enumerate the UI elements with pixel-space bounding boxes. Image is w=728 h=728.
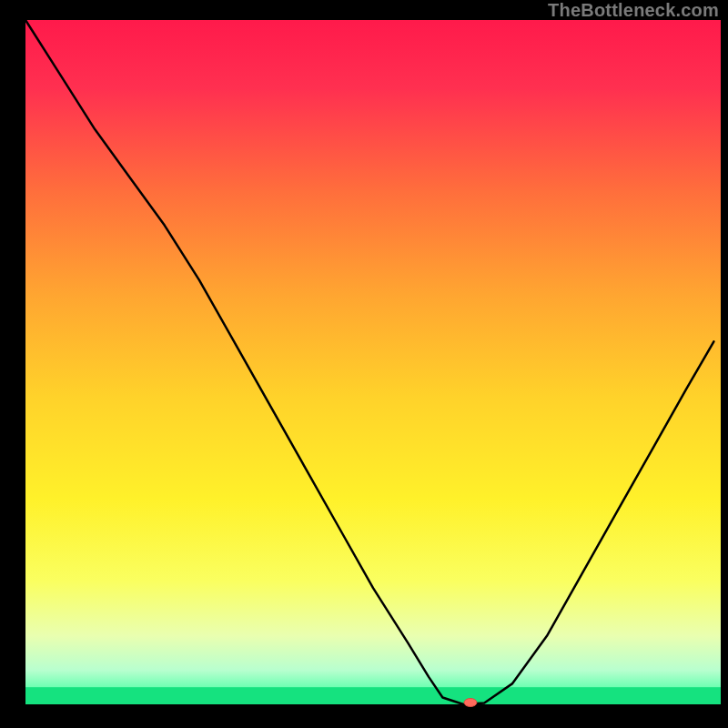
green-band bbox=[25, 687, 721, 704]
optimal-point-marker bbox=[464, 699, 477, 707]
plot-background bbox=[25, 20, 721, 704]
watermark-text: TheBottleneck.com bbox=[548, 0, 719, 21]
chart-canvas: TheBottleneck.com bbox=[0, 0, 728, 728]
plot-area bbox=[25, 20, 721, 707]
chart-svg bbox=[0, 0, 728, 728]
